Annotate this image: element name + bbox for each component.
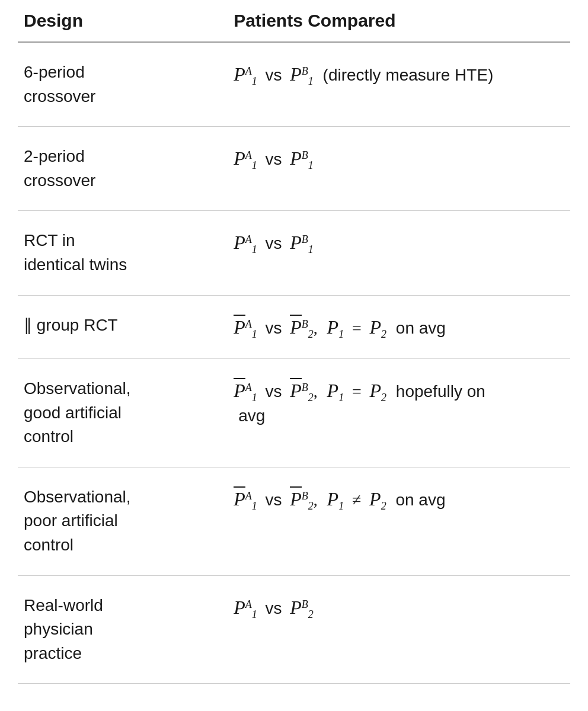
formula-cell: PA1 vs PB2, P1 ≠ P2 on avg bbox=[228, 467, 570, 575]
table-row: 2-periodcrossover PA1 vs PB1 bbox=[18, 127, 570, 211]
main-table-container: Design Patients Compared 6-periodcrossov… bbox=[0, 0, 588, 684]
table-row: RCT inidentical twins PA1 vs PB1 bbox=[18, 211, 570, 295]
design-cell: Observational,poor artificialcontrol bbox=[18, 467, 228, 575]
formula-cell: PA1 vs PB2, P1 = P2 hopefully on avg bbox=[228, 358, 570, 467]
formula-cell: PA1 vs PB2 bbox=[228, 575, 570, 684]
table-row: ∥ group RCT PA1 vs PB2, P1 = P2 on avg bbox=[18, 295, 570, 358]
table-header-row: Design Patients Compared bbox=[18, 0, 570, 42]
formula-cell: PA1 vs PB1 bbox=[228, 127, 570, 211]
formula-cell: PA1 vs PB2, P1 = P2 on avg bbox=[228, 295, 570, 358]
table-row: Observational,good artificialcontrol PA1… bbox=[18, 358, 570, 467]
table-row: Observational,poor artificialcontrol PA1… bbox=[18, 467, 570, 575]
formula-cell: PA1 vs PB1 bbox=[228, 211, 570, 295]
table-row: 6-periodcrossover PA1 vs PB1 (directly m… bbox=[18, 42, 570, 127]
design-cell: 6-periodcrossover bbox=[18, 42, 228, 127]
design-cell: 2-periodcrossover bbox=[18, 127, 228, 211]
design-cell: RCT inidentical twins bbox=[18, 211, 228, 295]
comparison-table: Design Patients Compared 6-periodcrossov… bbox=[18, 0, 570, 684]
patients-compared-column-header: Patients Compared bbox=[228, 0, 570, 42]
formula-cell: PA1 vs PB1 (directly measure HTE) bbox=[228, 42, 570, 127]
table-row: Real-worldphysicianpractice PA1 vs PB2 bbox=[18, 575, 570, 684]
design-cell: Real-worldphysicianpractice bbox=[18, 575, 228, 684]
design-cell: Observational,good artificialcontrol bbox=[18, 358, 228, 467]
design-cell: ∥ group RCT bbox=[18, 295, 228, 358]
design-column-header: Design bbox=[18, 0, 228, 42]
